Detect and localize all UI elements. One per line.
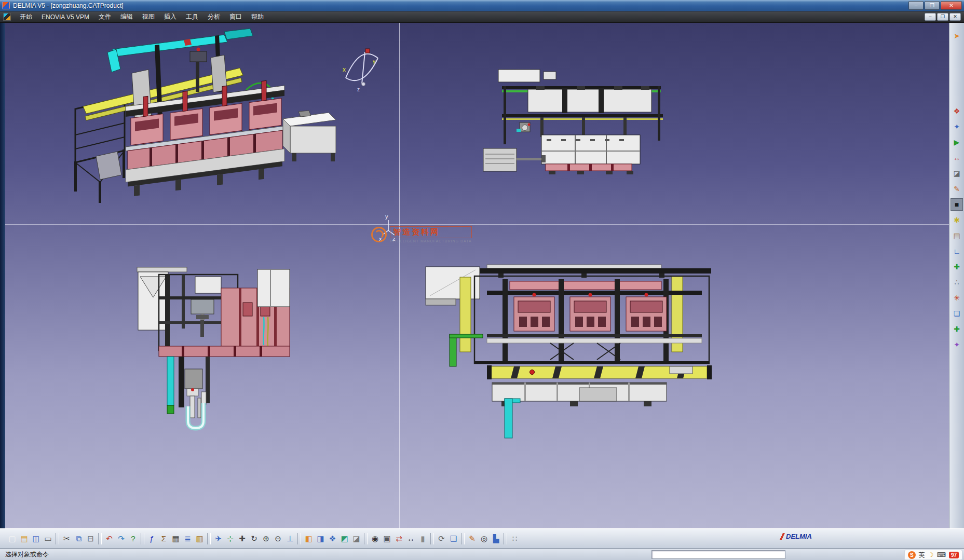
menu-item-edit[interactable]: 编辑	[116, 11, 138, 23]
ime-skin-icon[interactable]: ☽	[928, 551, 934, 558]
knowledge-button[interactable]: Σ	[158, 532, 170, 545]
menu-item-file[interactable]: 文件	[94, 11, 116, 23]
sogou-icon[interactable]: S	[908, 551, 916, 559]
section-tool[interactable]: ◪	[951, 167, 963, 180]
layer-filter-button[interactable]: ❏	[447, 532, 459, 545]
simulation-tool[interactable]: ▶	[951, 136, 963, 148]
window-frame-left	[0, 23, 5, 528]
select-tool[interactable]: ➤	[951, 30, 963, 42]
catalog-tool[interactable]: ▤	[951, 229, 963, 242]
ime-bar: S 英 ☽ ⌨ 97	[904, 550, 962, 560]
ime-language-indicator[interactable]: 英	[919, 551, 925, 559]
undo-button[interactable]: ↶	[103, 532, 115, 545]
whats-this-button[interactable]: ?	[127, 532, 139, 545]
document-close-button[interactable]: ✕	[949, 13, 961, 21]
formula-button[interactable]: ƒ	[146, 532, 158, 545]
isometric-view-button[interactable]: ◧	[303, 532, 315, 545]
menu-item-enovia[interactable]: ENOVIA V5 VPM	[37, 12, 94, 22]
pan-button[interactable]: ✚	[236, 532, 248, 545]
normal-view-button[interactable]: ⊥	[284, 532, 296, 545]
new-document-button[interactable]: ▢	[6, 532, 18, 545]
misc-tool[interactable]: ✦	[951, 338, 963, 351]
titlebar: DELMIA V5 - [zongzhuang.CATProduct] –❐✕	[0, 0, 964, 11]
camera-button[interactable]: ◉	[369, 532, 381, 545]
constraint-tool[interactable]: ∟	[951, 245, 963, 257]
rotate-button[interactable]: ↻	[248, 532, 260, 545]
window-maximize-button[interactable]: ❐	[925, 1, 940, 10]
menu-item-view[interactable]: 视图	[138, 11, 159, 23]
window-minimize-button[interactable]: –	[908, 1, 924, 10]
swap-visible-button[interactable]: ⇄	[393, 532, 405, 545]
design-table-button[interactable]: ▦	[170, 532, 182, 545]
update-button[interactable]: ⟳	[436, 532, 447, 545]
menu-item-analysis[interactable]: 分析	[203, 11, 225, 23]
named-views-button[interactable]: ❖	[327, 532, 338, 545]
hide-show-button[interactable]: ◪	[350, 532, 362, 545]
window-close-button[interactable]: ✕	[941, 1, 962, 10]
document-minimize-button[interactable]: –	[925, 13, 936, 21]
document-restore-button[interactable]: ❐	[937, 13, 948, 21]
layers-tool[interactable]: ❏	[951, 307, 963, 320]
toolbar-separator	[297, 533, 301, 544]
toolbar-separator	[98, 533, 102, 544]
delmia-window: DELMIA V5 - [zongzhuang.CATProduct] –❐✕ …	[0, 0, 964, 560]
view-front-elevation[interactable]	[426, 265, 712, 438]
menu-item-start[interactable]: 开始	[15, 11, 37, 23]
active-tool[interactable]: ■	[951, 198, 963, 211]
ime-keyboard-icon[interactable]: ⌨	[937, 551, 946, 558]
copy-button[interactable]: ⧉	[73, 532, 85, 545]
battery-button[interactable]: ▮	[417, 532, 429, 545]
save-button[interactable]: ◫	[30, 532, 42, 545]
product-structure-button[interactable]: ≣	[182, 532, 194, 545]
zoom-in-button[interactable]: ⊕	[260, 532, 272, 545]
graph-button[interactable]: ▙	[490, 532, 502, 545]
snap-tool[interactable]: ∴	[951, 276, 963, 289]
clash-tool[interactable]: ✱	[951, 214, 963, 226]
paste-button[interactable]: ⊟	[85, 532, 97, 545]
menu-item-insert[interactable]: 插入	[159, 11, 181, 23]
cut-button[interactable]: ✂	[61, 532, 73, 545]
workbench-icon[interactable]: ❖	[951, 105, 963, 117]
smart-pick-tool[interactable]: ✦	[951, 120, 963, 133]
delmia-logo-text: DELMIA	[786, 532, 812, 540]
redo-button[interactable]: ↷	[115, 532, 127, 545]
workbench-menu-icon[interactable]	[3, 13, 11, 21]
notification-badge[interactable]: 97	[949, 552, 959, 558]
app-icon	[2, 2, 10, 9]
delmia-swoosh-icon	[780, 533, 785, 540]
zoom-out-button[interactable]: ⊖	[272, 532, 284, 545]
fly-mode-button[interactable]: ✈	[212, 532, 224, 545]
measure-button[interactable]: ↔	[405, 532, 417, 545]
print-button[interactable]: ▭	[42, 532, 54, 545]
analysis-tool[interactable]: ✚	[951, 323, 963, 335]
measure-tool[interactable]: ↔	[951, 152, 963, 164]
paint-button[interactable]: ✎	[466, 532, 478, 545]
target-button[interactable]: ◎	[478, 532, 490, 545]
view-isometric[interactable]	[74, 29, 336, 203]
menu-item-window[interactable]: 窗口	[225, 11, 247, 23]
statusbar: 选择对象或命令 S 英 ☽ ⌨ 97	[0, 549, 964, 560]
view-rear-elevation[interactable]	[483, 70, 663, 174]
render-style-button[interactable]: ◩	[338, 532, 350, 545]
annotate-tool[interactable]: ✎	[951, 183, 963, 195]
grid-button[interactable]: ∷	[509, 532, 521, 545]
catalog-browser-button[interactable]: ▥	[194, 532, 206, 545]
move-tool[interactable]: ✚	[951, 261, 963, 273]
menu-item-help[interactable]: 帮助	[247, 11, 268, 23]
robot-tool[interactable]: ✳	[951, 292, 963, 304]
right-toolbar: ➤❖✦▶↔◪✎■✱▤∟✚∴✳❏✚✦	[949, 23, 964, 528]
command-input[interactable]	[651, 550, 785, 559]
fit-all-in-button[interactable]: ⊹	[224, 532, 236, 545]
3d-viewport[interactable]: x y z y x z 智造资料网 INTELLIGENT MANUFACTUR…	[5, 23, 949, 528]
view-side-elevation[interactable]	[137, 267, 290, 428]
open-folder-button[interactable]: ▤	[18, 532, 30, 545]
menu-item-tools[interactable]: 工具	[181, 11, 203, 23]
view-compass[interactable]: x y z	[343, 49, 378, 92]
menu-items: 开始ENOVIA V5 VPM文件编辑视图插入工具分析窗口帮助	[15, 11, 268, 23]
toolbar-separator	[56, 533, 59, 544]
svg-text:y: y	[385, 213, 388, 220]
toolbar-separator	[141, 533, 144, 544]
toolbar-separator	[430, 533, 434, 544]
quick-view-button[interactable]: ◨	[315, 532, 327, 545]
snapshot-button[interactable]: ▣	[381, 532, 393, 545]
